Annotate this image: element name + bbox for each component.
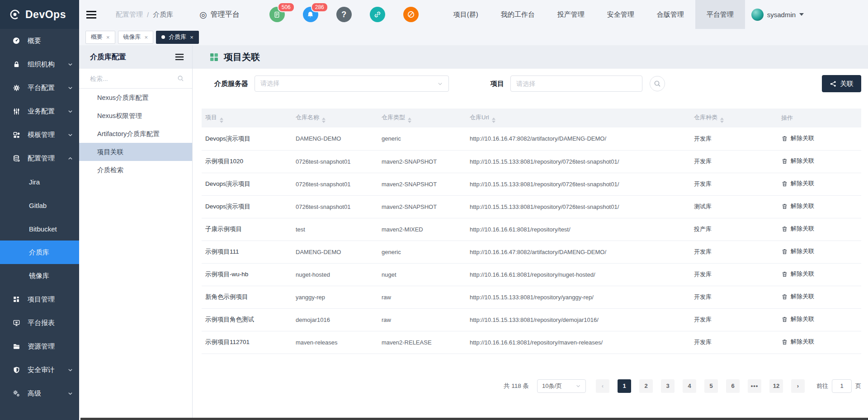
page-button[interactable]: 6 — [726, 379, 740, 393]
nav-item-projects[interactable]: 项目(群) — [442, 0, 490, 29]
sidebar-item-platform-config[interactable]: 平台配置 — [0, 76, 79, 99]
search-button[interactable] — [650, 76, 665, 91]
close-icon[interactable]: × — [145, 34, 148, 41]
panel-item-artifactory-config[interactable]: Artifactory介质库配置 — [79, 125, 192, 143]
main-content: 项目关联 介质服务器 请选择 项目 — [193, 45, 868, 418]
nav-item-version[interactable]: 合版管理 — [646, 0, 695, 29]
sidebar-item-organization[interactable]: 组织机构 — [0, 52, 79, 76]
cell-repo-type: raw — [378, 308, 466, 331]
database-icon — [12, 155, 21, 162]
more-pages-button[interactable]: ••• — [748, 379, 761, 393]
page-button[interactable]: 12 — [769, 379, 783, 393]
unlink-button[interactable]: 解除关联 — [781, 270, 814, 278]
page-button[interactable]: 4 — [683, 379, 696, 393]
unlink-button[interactable]: 解除关联 — [781, 315, 814, 323]
cell-repo-url: http://10.16.16.47:8082/artifactory/DAME… — [466, 241, 690, 263]
platform-switcher[interactable]: ◎ 管理平台 — [199, 9, 240, 19]
sidebar-item-config-mgmt[interactable]: 配置管理 — [0, 146, 79, 170]
horizontal-scrollbar[interactable] — [80, 418, 868, 420]
page-button[interactable]: 1 — [618, 379, 631, 393]
table-row: 示例项目-wu-hb nuget-hosted nuget http://10.… — [202, 263, 861, 286]
sidebar-item-image-repo[interactable]: 镜像库 — [0, 264, 79, 288]
app-logo: DevOps — [0, 0, 79, 29]
sidebar-item-business-config[interactable]: 业务配置 — [0, 99, 79, 123]
nav-item-production[interactable]: 投产管理 — [546, 0, 596, 29]
column-header-project[interactable]: 项目 — [202, 109, 292, 127]
sidebar-item-security-audit[interactable]: 安全审计 — [0, 358, 79, 382]
panel-search-input[interactable] — [90, 75, 174, 82]
column-header-repo-kind[interactable]: 仓库种类 — [690, 109, 778, 127]
tab-overview[interactable]: 概要 × — [85, 31, 115, 44]
tab-media-repo[interactable]: 介质库 × — [156, 31, 199, 44]
page-button[interactable]: 2 — [639, 379, 653, 393]
cell-project: Devops演示项目 — [202, 173, 292, 195]
panel-item-nexus-config[interactable]: Nexus介质库配置 — [79, 89, 192, 107]
page-size-select[interactable]: 10条/页 — [537, 379, 586, 393]
unlink-button[interactable]: 解除关联 — [781, 179, 814, 188]
cell-repo-name: nuget-hosted — [292, 263, 378, 286]
unlink-button[interactable]: 解除关联 — [781, 225, 814, 233]
tab-image-repo[interactable]: 镜像库 × — [118, 31, 154, 44]
sidebar-item-overview[interactable]: 概要 — [0, 29, 79, 52]
main-body: 介质服务器 请选择 项目 关联 — [193, 69, 868, 393]
document-notifications-button[interactable]: 506 — [269, 7, 285, 22]
panel-item-nexus-perms[interactable]: Nexus权限管理 — [79, 107, 192, 125]
sidebar-item-resource-mgmt[interactable]: 资源管理 — [0, 335, 79, 358]
sidebar-item-template-mgmt[interactable]: 模板管理 — [0, 123, 79, 146]
bell-notifications-button[interactable]: 286 — [303, 7, 318, 22]
sidebar-toggle-button[interactable] — [86, 10, 97, 19]
unlink-button[interactable]: 解除关联 — [781, 202, 814, 210]
unlink-button[interactable]: 解除关联 — [781, 247, 814, 255]
sidebar-item-project-mgmt[interactable]: 项目管理 — [0, 288, 79, 311]
trash-icon — [781, 248, 788, 255]
tab-strip: 概要 × 镜像库 × 介质库 × — [79, 29, 868, 45]
sidebar-item-gitlab[interactable]: Gitlab — [0, 193, 79, 217]
media-server-select[interactable]: 请选择 — [255, 76, 449, 92]
cell-repo-name: demojar1016 — [292, 308, 378, 331]
panel-collapse-button[interactable] — [175, 53, 184, 61]
column-header-repo-url[interactable]: 仓库Url — [466, 109, 690, 127]
nav-item-platform-admin[interactable]: 平台管理 — [695, 0, 745, 29]
panel-item-media-search[interactable]: 介质检索 — [79, 161, 192, 179]
help-button[interactable]: ? — [336, 7, 352, 22]
unlink-button[interactable]: 解除关联 — [781, 293, 814, 301]
column-header-repo-name[interactable]: 仓库名称 — [292, 109, 378, 127]
user-menu[interactable]: sysadmin — [751, 9, 804, 21]
table-row: Devops演示项目 DAMENG-DEMO generic http://10… — [202, 127, 861, 150]
nav-item-workbench[interactable]: 我的工作台 — [490, 0, 546, 29]
sort-icon[interactable] — [720, 118, 724, 123]
grid-icon — [12, 296, 21, 303]
column-header-repo-type[interactable]: 仓库类型 — [378, 109, 466, 127]
page-button[interactable]: 5 — [704, 379, 718, 393]
link-button[interactable] — [370, 7, 385, 22]
forbidden-button[interactable] — [403, 7, 419, 22]
page-title: 项目关联 — [224, 51, 260, 63]
sidebar-item-bitbucket[interactable]: Bitbucket — [0, 217, 79, 241]
trash-icon — [781, 135, 788, 142]
next-page-button[interactable]: › — [791, 379, 805, 393]
breadcrumb-separator: / — [147, 11, 149, 19]
unlink-button[interactable]: 解除关联 — [781, 157, 814, 165]
project-input[interactable] — [510, 76, 642, 92]
sidebar-item-platform-reports[interactable]: 平台报表 — [0, 311, 79, 335]
close-icon[interactable]: × — [106, 34, 110, 41]
unlink-button[interactable]: 解除关联 — [781, 338, 814, 346]
prev-page-button[interactable]: ‹ — [596, 379, 609, 393]
sidebar-item-media-repo[interactable]: 介质库 — [0, 241, 79, 264]
sort-icon[interactable] — [220, 118, 223, 123]
page-button[interactable]: 3 — [661, 379, 675, 393]
close-icon[interactable]: × — [190, 34, 193, 41]
unlink-button[interactable]: 解除关联 — [781, 134, 814, 142]
sort-icon[interactable] — [492, 118, 495, 123]
sidebar-item-jira[interactable]: Jira — [0, 170, 79, 193]
gears-icon — [12, 390, 21, 397]
panel-item-project-association[interactable]: 项目关联 — [79, 143, 192, 161]
nav-item-security[interactable]: 安全管理 — [596, 0, 646, 29]
goto-page-input[interactable] — [832, 379, 852, 393]
breadcrumb-parent[interactable]: 配置管理 — [116, 10, 143, 19]
associate-button[interactable]: 关联 — [822, 75, 861, 92]
sort-icon[interactable] — [408, 118, 411, 123]
sidebar-item-advanced[interactable]: 高级 — [0, 382, 79, 405]
goto-unit-label: 页 — [855, 382, 861, 390]
sort-icon[interactable] — [322, 118, 326, 123]
